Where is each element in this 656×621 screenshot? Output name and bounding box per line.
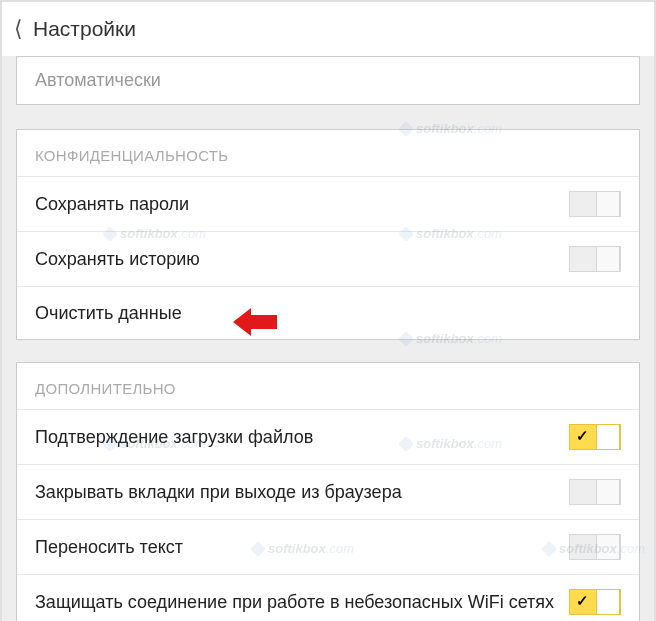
close-tabs-row[interactable]: Закрывать вкладки при выходе из браузера… xyxy=(17,464,639,519)
wrap-text-label: Переносить текст xyxy=(35,535,193,559)
check-icon: ✓ xyxy=(576,427,589,445)
confirm-downloads-label: Подтверждение загрузки файлов xyxy=(35,425,323,449)
auto-option-label: Автоматически xyxy=(35,70,161,90)
save-history-toggle[interactable]: ✓ xyxy=(569,246,621,272)
check-icon: ✓ xyxy=(576,592,589,610)
protect-wifi-toggle[interactable]: ✓ xyxy=(569,589,621,615)
toggle-knob xyxy=(596,535,620,559)
protect-wifi-row[interactable]: Защищать соединение при работе в небезоп… xyxy=(17,574,639,621)
page-title: Настройки xyxy=(33,17,136,41)
wrap-text-row[interactable]: Переносить текст ✓ xyxy=(17,519,639,574)
privacy-section: КОНФИДЕНЦИАЛЬНОСТЬ Сохранять пароли ✓ Со… xyxy=(16,129,640,340)
protect-wifi-label: Защищать соединение при работе в небезоп… xyxy=(35,590,564,614)
close-tabs-toggle[interactable]: ✓ xyxy=(569,479,621,505)
clear-data-label: Очистить данные xyxy=(35,301,192,325)
toggle-knob xyxy=(596,192,620,216)
back-icon[interactable]: ⟨ xyxy=(14,16,23,42)
content-area: Автоматически КОНФИДЕНЦИАЛЬНОСТЬ Сохраня… xyxy=(2,56,654,621)
settings-screen: ⟨ Настройки Автоматически КОНФИДЕНЦИАЛЬН… xyxy=(0,0,656,621)
privacy-section-title: КОНФИДЕНЦИАЛЬНОСТЬ xyxy=(17,130,639,176)
save-history-label: Сохранять историю xyxy=(35,247,210,271)
wrap-text-toggle[interactable]: ✓ xyxy=(569,534,621,560)
close-tabs-label: Закрывать вкладки при выходе из браузера xyxy=(35,480,412,504)
save-passwords-row[interactable]: Сохранять пароли ✓ xyxy=(17,176,639,231)
additional-section: ДОПОЛНИТЕЛЬНО Подтверждение загрузки фай… xyxy=(16,362,640,621)
save-passwords-toggle[interactable]: ✓ xyxy=(569,191,621,217)
toggle-knob xyxy=(596,425,620,449)
auto-option-row[interactable]: Автоматически xyxy=(16,56,640,105)
toggle-knob xyxy=(596,480,620,504)
clear-data-row[interactable]: Очистить данные xyxy=(17,286,639,339)
toggle-knob xyxy=(596,247,620,271)
header: ⟨ Настройки xyxy=(2,2,654,56)
confirm-downloads-toggle[interactable]: ✓ xyxy=(569,424,621,450)
confirm-downloads-row[interactable]: Подтверждение загрузки файлов ✓ xyxy=(17,409,639,464)
additional-section-title: ДОПОЛНИТЕЛЬНО xyxy=(17,363,639,409)
save-history-row[interactable]: Сохранять историю ✓ xyxy=(17,231,639,286)
save-passwords-label: Сохранять пароли xyxy=(35,192,199,216)
toggle-knob xyxy=(596,590,620,614)
